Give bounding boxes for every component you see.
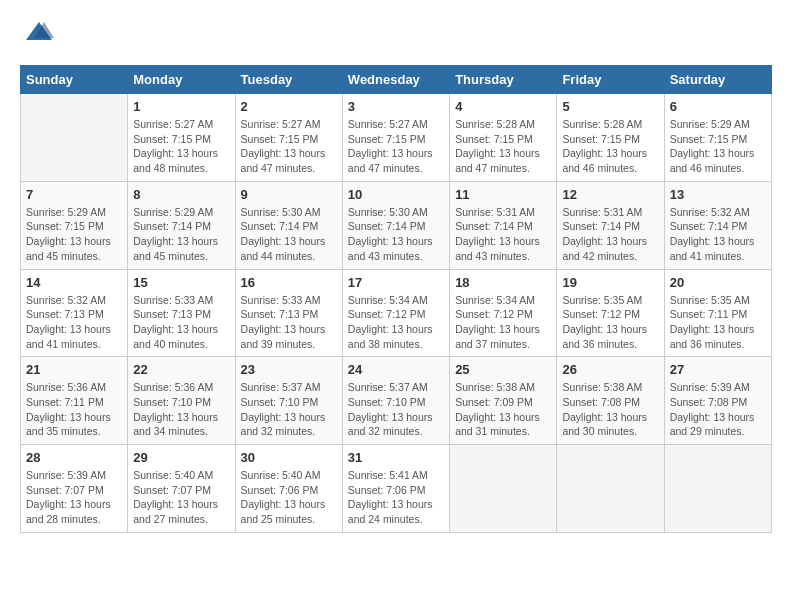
day-info: Sunrise: 5:35 AM Sunset: 7:11 PM Dayligh… <box>670 293 766 352</box>
day-number: 8 <box>133 187 229 202</box>
calendar-cell: 2Sunrise: 5:27 AM Sunset: 7:15 PM Daylig… <box>235 94 342 182</box>
day-number: 31 <box>348 450 444 465</box>
day-number: 21 <box>26 362 122 377</box>
calendar-cell: 15Sunrise: 5:33 AM Sunset: 7:13 PM Dayli… <box>128 269 235 357</box>
day-info: Sunrise: 5:37 AM Sunset: 7:10 PM Dayligh… <box>348 380 444 439</box>
day-number: 11 <box>455 187 551 202</box>
calendar-cell: 26Sunrise: 5:38 AM Sunset: 7:08 PM Dayli… <box>557 357 664 445</box>
logo-icon <box>24 20 54 50</box>
header-monday: Monday <box>128 66 235 94</box>
day-info: Sunrise: 5:34 AM Sunset: 7:12 PM Dayligh… <box>348 293 444 352</box>
day-info: Sunrise: 5:33 AM Sunset: 7:13 PM Dayligh… <box>133 293 229 352</box>
calendar-cell: 6Sunrise: 5:29 AM Sunset: 7:15 PM Daylig… <box>664 94 771 182</box>
calendar-week-1: 1Sunrise: 5:27 AM Sunset: 7:15 PM Daylig… <box>21 94 772 182</box>
calendar-cell: 20Sunrise: 5:35 AM Sunset: 7:11 PM Dayli… <box>664 269 771 357</box>
day-info: Sunrise: 5:32 AM Sunset: 7:14 PM Dayligh… <box>670 205 766 264</box>
day-info: Sunrise: 5:33 AM Sunset: 7:13 PM Dayligh… <box>241 293 337 352</box>
calendar-cell: 27Sunrise: 5:39 AM Sunset: 7:08 PM Dayli… <box>664 357 771 445</box>
day-number: 5 <box>562 99 658 114</box>
calendar-cell: 23Sunrise: 5:37 AM Sunset: 7:10 PM Dayli… <box>235 357 342 445</box>
calendar-week-3: 14Sunrise: 5:32 AM Sunset: 7:13 PM Dayli… <box>21 269 772 357</box>
day-info: Sunrise: 5:27 AM Sunset: 7:15 PM Dayligh… <box>348 117 444 176</box>
calendar-cell: 5Sunrise: 5:28 AM Sunset: 7:15 PM Daylig… <box>557 94 664 182</box>
header-tuesday: Tuesday <box>235 66 342 94</box>
day-number: 18 <box>455 275 551 290</box>
day-number: 7 <box>26 187 122 202</box>
calendar-cell: 18Sunrise: 5:34 AM Sunset: 7:12 PM Dayli… <box>450 269 557 357</box>
calendar-cell: 21Sunrise: 5:36 AM Sunset: 7:11 PM Dayli… <box>21 357 128 445</box>
header-thursday: Thursday <box>450 66 557 94</box>
day-number: 16 <box>241 275 337 290</box>
calendar-header-row: SundayMondayTuesdayWednesdayThursdayFrid… <box>21 66 772 94</box>
calendar-cell: 29Sunrise: 5:40 AM Sunset: 7:07 PM Dayli… <box>128 445 235 533</box>
day-number: 1 <box>133 99 229 114</box>
day-number: 10 <box>348 187 444 202</box>
day-info: Sunrise: 5:37 AM Sunset: 7:10 PM Dayligh… <box>241 380 337 439</box>
calendar-cell: 4Sunrise: 5:28 AM Sunset: 7:15 PM Daylig… <box>450 94 557 182</box>
calendar-week-5: 28Sunrise: 5:39 AM Sunset: 7:07 PM Dayli… <box>21 445 772 533</box>
calendar-week-4: 21Sunrise: 5:36 AM Sunset: 7:11 PM Dayli… <box>21 357 772 445</box>
header-saturday: Saturday <box>664 66 771 94</box>
day-info: Sunrise: 5:41 AM Sunset: 7:06 PM Dayligh… <box>348 468 444 527</box>
day-number: 20 <box>670 275 766 290</box>
calendar-week-2: 7Sunrise: 5:29 AM Sunset: 7:15 PM Daylig… <box>21 181 772 269</box>
day-number: 24 <box>348 362 444 377</box>
calendar-cell: 10Sunrise: 5:30 AM Sunset: 7:14 PM Dayli… <box>342 181 449 269</box>
day-info: Sunrise: 5:40 AM Sunset: 7:06 PM Dayligh… <box>241 468 337 527</box>
day-number: 12 <box>562 187 658 202</box>
day-number: 3 <box>348 99 444 114</box>
day-info: Sunrise: 5:28 AM Sunset: 7:15 PM Dayligh… <box>562 117 658 176</box>
day-number: 30 <box>241 450 337 465</box>
day-number: 17 <box>348 275 444 290</box>
day-number: 9 <box>241 187 337 202</box>
day-number: 29 <box>133 450 229 465</box>
day-number: 14 <box>26 275 122 290</box>
calendar-cell: 14Sunrise: 5:32 AM Sunset: 7:13 PM Dayli… <box>21 269 128 357</box>
day-info: Sunrise: 5:29 AM Sunset: 7:15 PM Dayligh… <box>670 117 766 176</box>
calendar-cell: 8Sunrise: 5:29 AM Sunset: 7:14 PM Daylig… <box>128 181 235 269</box>
day-info: Sunrise: 5:36 AM Sunset: 7:10 PM Dayligh… <box>133 380 229 439</box>
calendar-cell: 19Sunrise: 5:35 AM Sunset: 7:12 PM Dayli… <box>557 269 664 357</box>
calendar-cell: 30Sunrise: 5:40 AM Sunset: 7:06 PM Dayli… <box>235 445 342 533</box>
day-number: 27 <box>670 362 766 377</box>
calendar-cell: 7Sunrise: 5:29 AM Sunset: 7:15 PM Daylig… <box>21 181 128 269</box>
day-info: Sunrise: 5:35 AM Sunset: 7:12 PM Dayligh… <box>562 293 658 352</box>
day-info: Sunrise: 5:39 AM Sunset: 7:08 PM Dayligh… <box>670 380 766 439</box>
calendar-cell <box>450 445 557 533</box>
day-number: 22 <box>133 362 229 377</box>
day-info: Sunrise: 5:31 AM Sunset: 7:14 PM Dayligh… <box>455 205 551 264</box>
logo <box>20 20 54 55</box>
header-sunday: Sunday <box>21 66 128 94</box>
calendar-cell: 11Sunrise: 5:31 AM Sunset: 7:14 PM Dayli… <box>450 181 557 269</box>
calendar-cell: 31Sunrise: 5:41 AM Sunset: 7:06 PM Dayli… <box>342 445 449 533</box>
calendar-cell: 17Sunrise: 5:34 AM Sunset: 7:12 PM Dayli… <box>342 269 449 357</box>
day-number: 19 <box>562 275 658 290</box>
day-info: Sunrise: 5:32 AM Sunset: 7:13 PM Dayligh… <box>26 293 122 352</box>
calendar-cell: 28Sunrise: 5:39 AM Sunset: 7:07 PM Dayli… <box>21 445 128 533</box>
day-number: 23 <box>241 362 337 377</box>
logo-text <box>20 20 54 55</box>
calendar-cell: 3Sunrise: 5:27 AM Sunset: 7:15 PM Daylig… <box>342 94 449 182</box>
day-info: Sunrise: 5:34 AM Sunset: 7:12 PM Dayligh… <box>455 293 551 352</box>
day-info: Sunrise: 5:36 AM Sunset: 7:11 PM Dayligh… <box>26 380 122 439</box>
day-number: 4 <box>455 99 551 114</box>
day-info: Sunrise: 5:38 AM Sunset: 7:09 PM Dayligh… <box>455 380 551 439</box>
day-info: Sunrise: 5:38 AM Sunset: 7:08 PM Dayligh… <box>562 380 658 439</box>
page-header <box>20 20 772 55</box>
calendar-cell: 25Sunrise: 5:38 AM Sunset: 7:09 PM Dayli… <box>450 357 557 445</box>
day-info: Sunrise: 5:39 AM Sunset: 7:07 PM Dayligh… <box>26 468 122 527</box>
day-info: Sunrise: 5:30 AM Sunset: 7:14 PM Dayligh… <box>241 205 337 264</box>
calendar-table: SundayMondayTuesdayWednesdayThursdayFrid… <box>20 65 772 533</box>
header-wednesday: Wednesday <box>342 66 449 94</box>
calendar-cell: 1Sunrise: 5:27 AM Sunset: 7:15 PM Daylig… <box>128 94 235 182</box>
calendar-cell: 24Sunrise: 5:37 AM Sunset: 7:10 PM Dayli… <box>342 357 449 445</box>
calendar-cell: 22Sunrise: 5:36 AM Sunset: 7:10 PM Dayli… <box>128 357 235 445</box>
calendar-cell <box>664 445 771 533</box>
day-info: Sunrise: 5:29 AM Sunset: 7:14 PM Dayligh… <box>133 205 229 264</box>
day-info: Sunrise: 5:27 AM Sunset: 7:15 PM Dayligh… <box>133 117 229 176</box>
day-number: 13 <box>670 187 766 202</box>
day-info: Sunrise: 5:30 AM Sunset: 7:14 PM Dayligh… <box>348 205 444 264</box>
header-friday: Friday <box>557 66 664 94</box>
day-number: 26 <box>562 362 658 377</box>
day-number: 25 <box>455 362 551 377</box>
